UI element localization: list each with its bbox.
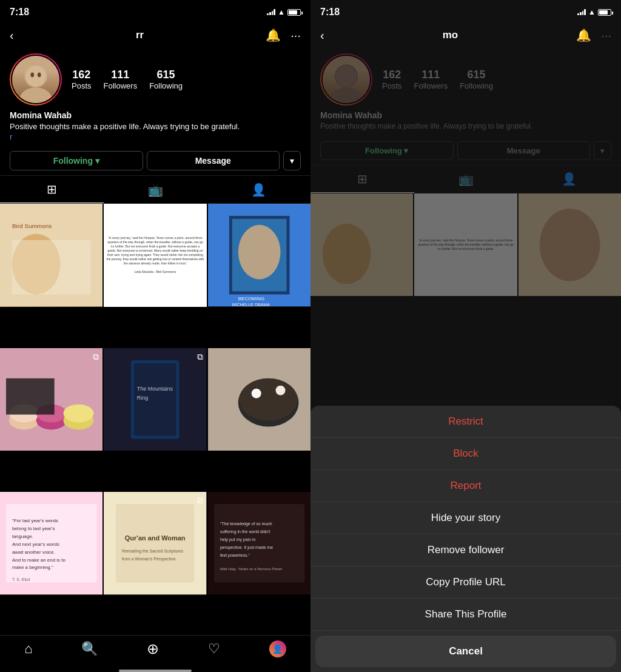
grid-cell-4[interactable]: ⧉: [0, 348, 102, 451]
profile-section-left: 162 Posts 111 Followers 615 Following Mo…: [0, 49, 310, 146]
tab-grid-left[interactable]: ⊞: [0, 176, 104, 203]
svg-point-31: [251, 389, 261, 398]
multi-icon-4: ⧉: [93, 352, 99, 362]
username-left: rr: [136, 29, 144, 41]
stats-row-right: 162 Posts 111 Followers 615 Following: [382, 69, 611, 90]
stat-following-right[interactable]: 615 Following: [460, 69, 493, 90]
profile-name-left: Momina Wahab: [10, 110, 301, 120]
home-indicator-left: [119, 670, 192, 672]
username-right: mo: [443, 29, 458, 41]
grid-cell-1[interactable]: Bird Summons: [0, 204, 102, 306]
photo-grid-left: Bird Summons 'In every journey,' said th…: [0, 204, 310, 635]
menu-report[interactable]: Report: [310, 470, 621, 502]
nav-bar-left: ‹ rr 🔔 ···: [0, 22, 310, 49]
avatar-image-left: [12, 56, 59, 103]
action-buttons-left: Following ▾ Message ▾: [0, 146, 310, 175]
avatar-left: [11, 55, 61, 104]
action-buttons-right: Following ▾ Message ▾: [310, 136, 621, 165]
tagged-icon-left: 👤: [251, 183, 266, 197]
tab-tagged-left[interactable]: 👤: [207, 176, 310, 203]
menu-remove-follower[interactable]: Remove follower: [310, 534, 621, 566]
tab-tagged-right[interactable]: 👤: [517, 166, 621, 193]
profile-info-right: Momina Wahab Positive thoughts make a po…: [320, 110, 611, 132]
svg-point-62: [540, 209, 600, 281]
search-icon-left[interactable]: 🔍: [81, 641, 98, 657]
time-left: 7:18: [10, 7, 29, 18]
right-panel: 7:18 ▲ ‹ mo 🔔 ···: [310, 0, 621, 672]
svg-rect-7: [12, 240, 90, 295]
avatar-container-left[interactable]: [10, 53, 62, 106]
grid-cell-3[interactable]: BECOMING MICHELLE OBAMA: [208, 204, 310, 306]
profile-bio-right: Positive thoughts make a positive life. …: [320, 121, 611, 132]
chevron-button-left[interactable]: ▾: [283, 151, 301, 170]
more-icon-left[interactable]: ···: [290, 29, 301, 42]
svg-text:language.: language.: [12, 534, 33, 539]
menu-share-profile[interactable]: Share This Profile: [310, 599, 621, 631]
svg-text:perspective. It just made me: perspective. It just made me: [220, 545, 273, 550]
profile-top-right: 162 Posts 111 Followers 615 Following: [320, 53, 611, 106]
more-icon-right[interactable]: ···: [601, 29, 611, 42]
signal-icon-right: [577, 9, 586, 15]
menu-block[interactable]: Block: [310, 438, 621, 470]
notification-icon-left[interactable]: 🔔: [266, 28, 281, 42]
profile-link-left[interactable]: r: [10, 132, 301, 141]
grid-cell-9[interactable]: "The knowledge of so much suffering in t…: [208, 492, 310, 594]
back-button-right[interactable]: ‹: [320, 29, 324, 42]
following-button-left[interactable]: Following ▾: [10, 151, 143, 170]
home-icon-left[interactable]: ⌂: [24, 641, 32, 657]
stat-followers-right[interactable]: 111 Followers: [414, 69, 448, 90]
message-button-left[interactable]: Message: [147, 151, 280, 170]
following-button-right[interactable]: Following ▾: [320, 141, 454, 160]
svg-rect-44: [116, 504, 194, 582]
stat-following-left[interactable]: 615 Following: [149, 69, 183, 90]
heart-icon-left[interactable]: ♡: [208, 641, 220, 657]
profile-top-left: 162 Posts 111 Followers 615 Following: [10, 53, 301, 106]
svg-point-1: [19, 87, 52, 104]
svg-text:And to make an end is to: And to make an end is to: [12, 557, 66, 563]
svg-text:belong to last year's: belong to last year's: [12, 526, 55, 531]
context-menu: Restrict Block Report Hide your story Re…: [310, 406, 621, 672]
grid-cell-6[interactable]: [208, 348, 310, 451]
grid-cell-8[interactable]: Qur'an and Woman Rereading the Sacred Sc…: [104, 492, 206, 594]
nav-bar-right: ‹ mo 🔔 ···: [310, 22, 621, 49]
grid-cell-5[interactable]: The Mountains Ring ⧉: [104, 348, 206, 451]
profile-icon-left[interactable]: 👤: [269, 640, 286, 657]
menu-hide-story[interactable]: Hide your story: [310, 502, 621, 534]
reels-icon-right: 📺: [458, 172, 474, 186]
stat-posts-right[interactable]: 162 Posts: [382, 69, 402, 90]
status-icons-left: ▲: [267, 8, 301, 16]
add-icon-left[interactable]: ⊕: [147, 640, 159, 657]
wifi-icon-left: ▲: [278, 8, 285, 16]
profile-bio-left: Positive thoughts make a positive life. …: [10, 121, 301, 132]
svg-text:T. S. Eliot: T. S. Eliot: [12, 578, 30, 582]
stat-posts-left[interactable]: 162 Posts: [72, 69, 92, 90]
profile-section-right: 162 Posts 111 Followers 615 Following Mo…: [310, 49, 621, 136]
message-button-right[interactable]: Message: [457, 141, 591, 160]
tab-reels-right[interactable]: 📺: [414, 166, 518, 193]
profile-info-left: Momina Wahab Positive thoughts make a po…: [10, 110, 301, 141]
svg-point-30: [239, 378, 297, 421]
avatar-container-right[interactable]: [320, 53, 372, 106]
svg-point-2: [25, 66, 46, 86]
wifi-icon-right: ▲: [588, 8, 596, 16]
menu-restrict[interactable]: Restrict: [310, 406, 621, 438]
tab-reels-left[interactable]: 📺: [104, 176, 207, 203]
bottom-nav-left: ⌂ 🔍 ⊕ ♡ 👤: [0, 635, 310, 667]
nav-right-left: 🔔 ···: [266, 28, 301, 42]
svg-text:Ring: Ring: [137, 394, 148, 400]
svg-text:And next year's words: And next year's words: [12, 542, 59, 547]
grid-cell-2[interactable]: 'In every journey,' said the Hoopoe, 'th…: [104, 204, 206, 306]
stat-followers-left[interactable]: 111 Followers: [104, 69, 138, 90]
chevron-button-right[interactable]: ▾: [594, 141, 611, 160]
avatar-right: [321, 55, 371, 104]
left-panel: 7:18 ▲ ‹ rr 🔔 ···: [0, 0, 310, 672]
notification-icon-right[interactable]: 🔔: [576, 28, 591, 42]
tab-grid-right[interactable]: ⊞: [310, 166, 414, 193]
menu-cancel[interactable]: Cancel: [315, 636, 616, 667]
svg-text:suffering in the world didn't: suffering in the world didn't: [220, 529, 270, 534]
svg-text:from a Woman's Perspective: from a Woman's Perspective: [122, 557, 176, 562]
svg-text:"For last year's words: "For last year's words: [12, 518, 58, 523]
menu-copy-url[interactable]: Copy Profile URL: [310, 566, 621, 599]
back-button-left[interactable]: ‹: [10, 29, 14, 42]
grid-cell-7[interactable]: "For last year's words belong to last ye…: [0, 492, 102, 594]
